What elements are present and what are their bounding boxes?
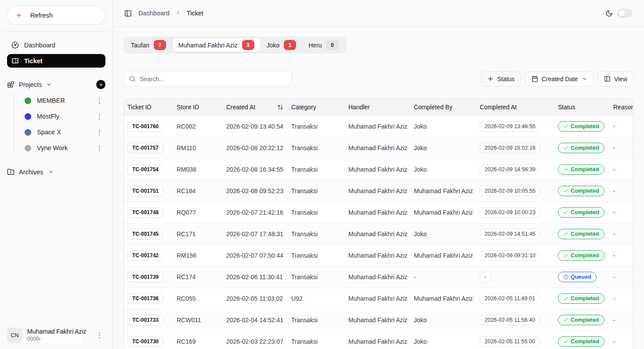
status-label: Queued [571,274,591,280]
project-item-vyne-work[interactable]: Vyne Work ⋮ [25,140,105,156]
view-button[interactable]: View [598,72,633,86]
nav-label: Dashboard [24,42,55,49]
table-row: TC-001754 RM038 2026-02-08 16:34:55 Tran… [124,158,633,180]
project-menu-button[interactable]: ⋮ [94,144,105,152]
table-row: TC-001736 RC055 2026-02-05 11:03:02 U92 … [124,288,633,309]
completed-at-badge: - [480,272,491,282]
toggle-thumb [619,10,625,17]
gauge-icon [11,41,19,49]
category-cell: U92 [288,288,345,309]
main-area: Dashboard Ticket Taufan 7 Muhamad Fakhri… [113,0,644,349]
completed-by-cell: Joko [410,158,476,180]
handler-cell: Muhamad Fakhri Aziz [345,288,410,309]
table-row: TC-001730 RC169 2026-02-03 22:23:07 Tran… [124,331,633,349]
ticket-icon [11,57,19,65]
projects-section-header[interactable]: Projects [7,80,105,89]
check-icon [563,317,568,323]
table-row: TC-001748 RQ077 2026-02-07 21:42:16 Tran… [124,201,633,223]
archives-section-header[interactable]: Archives [7,168,105,176]
check-icon [563,145,568,151]
completed-by-cell: Muhamad Fakhri Aziz [410,180,476,201]
store-id-cell: RC169 [173,331,223,349]
reason-cell: - [610,245,633,266]
store-id-cell: RC184 [173,180,223,201]
store-id-cell: RM156 [173,245,223,266]
breadcrumb-dashboard[interactable]: Dashboard [138,10,170,17]
created-at-cell: 2026-02-07 07:50:44 [223,245,288,266]
project-item-mostfly[interactable]: MostFly ⋮ [25,108,105,124]
project-menu-button[interactable]: ⋮ [94,97,105,105]
status-label: Completed [571,338,599,345]
archives-label: Archives [19,169,43,176]
ticket-id-badge: TC-001754 [127,164,163,175]
content-area: Taufan 7 Muhamad Fakhri Aziz 3 Joko 1 He… [113,27,644,349]
created-at-cell: 2026-02-08 09:52:23 [223,180,288,201]
ticket-id-badge: TC-001742 [127,250,163,261]
completed-by-cell: Joko [410,309,476,331]
sidebar-item-ticket[interactable]: Ticket [7,54,105,68]
completed-by-cell: Joko [410,115,476,137]
table-row: TC-001739 RC174 2026-02-06 11:30:41 Tran… [124,266,633,288]
dark-mode-toggle[interactable] [617,9,633,18]
divider [4,31,109,32]
project-menu-button[interactable]: ⋮ [94,112,105,121]
handler-cell: Muhamad Fakhri Aziz [345,158,410,180]
tab-label: Joko [267,42,280,49]
reason-cell: - [610,180,633,201]
status-label: Completed [571,145,599,151]
store-id-cell: RCW011 [173,309,223,331]
tab-muhamad-fakhri-aziz[interactable]: Muhamad Fakhri Aziz 3 [173,38,260,52]
table-body: TC-001760 RC002 2026-02-09 13:40:54 Tran… [124,115,633,349]
handler-cell: Muhamad Fakhri Aziz [345,309,410,331]
project-list: MEMBER ⋮ MostFly ⋮ Space X ⋮ Vyne Work ⋮ [14,93,105,156]
completed-by-cell: - [410,266,476,288]
chevron-right-icon [175,10,181,15]
category-cell: Transaksi [288,158,345,180]
search-input[interactable] [140,76,286,83]
sort-created-at-button[interactable] [276,103,284,111]
completed-at-badge: 2026-02-09 14:56:39 [480,164,540,175]
category-cell: Transaksi [288,309,345,331]
table-row: TC-001760 RC002 2026-02-09 13:40:54 Tran… [124,115,633,137]
handler-cell: Muhamad Fakhri Aziz [345,245,410,266]
projects-label: Projects [19,81,42,88]
check-icon [563,296,568,301]
project-item-space-x[interactable]: Space X ⋮ [25,124,105,140]
tab-taufan[interactable]: Taufan 7 [125,38,172,52]
handler-cell: Muhamad Fakhri Aziz [345,137,410,158]
user-profile[interactable]: CN Muhamad Fakhri Aziz 00004 ⋮ [7,327,105,343]
created-at-cell: 2026-02-04 14:52:41 [223,309,288,331]
blocks-icon [7,81,14,88]
tab-joko[interactable]: Joko 1 [261,38,302,52]
user-menu-button[interactable]: ⋮ [94,331,105,339]
ticket-id-badge: TC-001757 [127,143,163,153]
check-icon [563,210,568,215]
table-row: TC-001745 RC171 2026-02-07 17:48:31 Tran… [124,223,633,245]
add-project-button[interactable] [96,80,105,89]
tab-label: Taufan [131,42,149,49]
sidebar-item-dashboard[interactable]: Dashboard [7,38,105,52]
project-name: Vyne Work [37,144,68,151]
created-date-sort-button[interactable]: Created Date [525,72,593,86]
refresh-button[interactable]: Refresh [7,6,105,25]
status-badge: Completed [558,143,604,153]
category-cell: Transaksi [288,180,345,201]
completed-at-badge: 2026-02-05 11:55:00 [480,336,540,347]
ticket-id-badge: TC-001745 [127,229,163,239]
store-id-cell: RC174 [173,266,223,288]
project-menu-button[interactable]: ⋮ [94,128,105,137]
plus-icon [487,76,494,82]
folder-icon [7,168,14,176]
reason-cell: - [610,331,633,349]
panel-left-icon [124,10,132,17]
status-filter-button[interactable]: Status [481,72,521,86]
ticket-table: Ticket ID Store ID Created At Category H… [123,98,633,349]
project-item-member[interactable]: MEMBER ⋮ [25,93,105,108]
status-badge: Completed [558,121,604,132]
col-reason: Reason [610,99,633,115]
sidebar-toggle-button[interactable] [123,9,133,18]
tab-heru[interactable]: Heru 0 [303,38,344,52]
completed-at-badge: 2026-02-05 11:49:01 [480,293,540,304]
check-icon [563,339,568,344]
status-badge: Completed [558,186,604,196]
